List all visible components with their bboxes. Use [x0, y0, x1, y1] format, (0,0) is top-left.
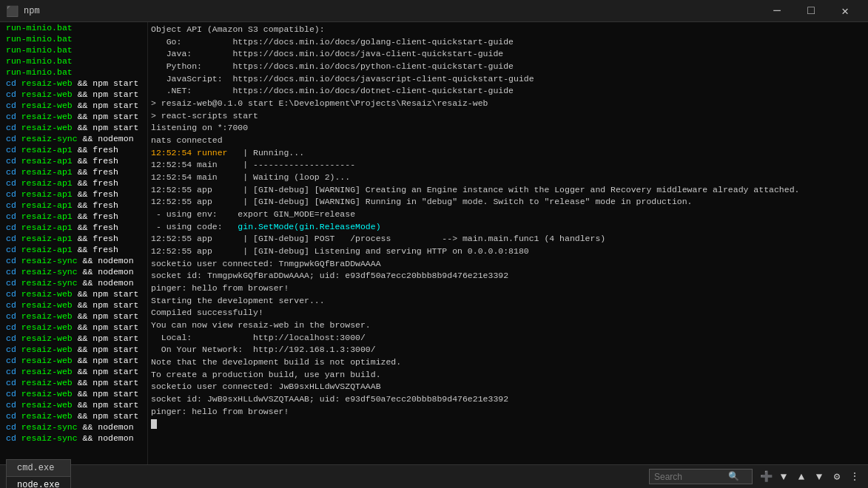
search-box[interactable]: 🔍 — [649, 469, 753, 484]
window-title: npm — [24, 6, 760, 16]
window-controls: ─ □ ✕ — [760, 0, 862, 22]
terminal-line: nats connected — [151, 135, 865, 147]
sidebar-item: cd resaiz-sync && nodemon — [0, 433, 147, 444]
terminal-line: - using env: export GIN_MODE=release — [151, 209, 865, 221]
sidebar-item: cd resaiz-ap1 && fresh — [0, 189, 147, 200]
cursor — [151, 419, 157, 429]
close-button[interactable]: ✕ — [828, 0, 862, 22]
terminal-line: socketio user connected: TnmgpwkGQfBraDD… — [151, 258, 865, 271]
sidebar-item: cd resaiz-ap1 && fresh — [0, 211, 147, 222]
terminal-line: Compiled successfully! — [151, 307, 865, 319]
terminal-line: On Your Network: http://192.168.1.3:3000… — [151, 344, 865, 356]
sidebar-item: cd resaiz-web && npm start — [0, 322, 147, 333]
maximize-button[interactable]: □ — [794, 0, 828, 22]
terminal-line: > react-scripts start — [151, 110, 865, 123]
terminal-line: Python: https://docs.min.io/docs/python-… — [151, 61, 865, 73]
sidebar-item: cd resaiz-web && npm start — [0, 288, 147, 299]
sidebar-item: cd resaiz-web && npm start — [0, 89, 147, 100]
sidebar-item: run-minio.bat — [0, 33, 147, 44]
terminal-line: pinger: hello from browser! — [151, 406, 865, 418]
sidebar-item: cd resaiz-web && npm start — [0, 399, 147, 410]
minimize-button[interactable]: ─ — [760, 0, 794, 22]
sidebar-item: cd resaiz-web && npm start — [0, 100, 147, 111]
terminal-line: Local: http://localhost:3000/ — [151, 332, 865, 345]
sidebar-item: cd resaiz-sync && nodemon — [0, 133, 147, 144]
terminal-line: socket id: TnmgpwkGQfBraDDwAAAA; uid: e9… — [151, 270, 865, 282]
settings-icon[interactable]: ⚙ — [830, 470, 844, 484]
sidebar-item: cd resaiz-web && npm start — [0, 410, 147, 421]
statusbar: cmd.exenode.exe 🔍 ➕ ▼ ▲ ▼ ⚙ ⋮ — [0, 464, 868, 488]
terminal-cursor-line — [151, 418, 865, 431]
terminal-line: 12:52:54 runner | Running... — [151, 147, 865, 160]
sidebar-item: run-minio.bat — [0, 44, 147, 55]
terminal-line: To create a production build, use yarn b… — [151, 369, 865, 382]
terminal-line: JavaScript: https://docs.min.io/docs/jav… — [151, 73, 865, 86]
main-area: run-minio.batrun-minio.batrun-minio.batr… — [0, 22, 868, 464]
sidebar-item: cd resaiz-ap1 && fresh — [0, 155, 147, 166]
sidebar-item: cd resaiz-sync && nodemon — [0, 266, 147, 277]
terminal-line: Object API (Amazon S3 compatible): — [151, 24, 865, 36]
sidebar-item: cd resaiz-web && npm start — [0, 111, 147, 122]
sidebar-item: cd resaiz-web && npm start — [0, 333, 147, 344]
statusbar-icons: ➕ ▼ ▲ ▼ ⚙ ⋮ — [758, 470, 862, 484]
search-input[interactable] — [654, 472, 728, 482]
terminal-line: Starting the development server... — [151, 295, 865, 308]
sidebar-item: cd resaiz-web && npm start — [0, 311, 147, 322]
terminal-line: > resaiz-web@0.1.0 start E:\Development\… — [151, 98, 865, 110]
sidebar-item: cd resaiz-sync && nodemon — [0, 255, 147, 266]
terminal-line: 12:52:55 app | [GIN-debug] Listening and… — [151, 245, 865, 258]
terminal-line: 12:52:55 app | [GIN-debug] [WARNING] Run… — [151, 196, 865, 209]
terminal-line: Go: https://docs.min.io/docs/golang-clie… — [151, 36, 865, 49]
terminal-line: You can now view resaiz-web in the brows… — [151, 319, 865, 332]
sidebar-item: cd resaiz-web && npm start — [0, 122, 147, 133]
terminal-line: socket id: JwB9sxHLLdwVSZQTAAAB; uid: e9… — [151, 393, 865, 406]
terminal-line: 12:52:55 app | [GIN-debug] [WARNING] Cre… — [151, 184, 865, 197]
sidebar-item: cd resaiz-web && npm start — [0, 299, 147, 311]
terminal-output[interactable]: Object API (Amazon S3 compatible): Go: h… — [148, 22, 868, 464]
terminal-line: - using code: gin.SetMode(gin.ReleaseMod… — [151, 221, 865, 234]
scroll-down-icon[interactable]: ▼ — [812, 470, 827, 484]
more-icon[interactable]: ⋮ — [847, 470, 862, 484]
terminal-line: Note that the development build is not o… — [151, 356, 865, 369]
tab-node-exe[interactable]: node.exe — [6, 476, 71, 488]
terminal-line: Java: https://docs.min.io/docs/java-clie… — [151, 48, 865, 61]
sidebar-item: cd resaiz-web && npm start — [0, 388, 147, 399]
sidebar-item: cd resaiz-ap1 && fresh — [0, 222, 147, 233]
sidebar-item: cd resaiz-ap1 && fresh — [0, 233, 147, 244]
sidebar-item: run-minio.bat — [0, 22, 147, 33]
terminal-line: socketio user connected: JwB9sxHLLdwVSZQ… — [151, 381, 865, 393]
sidebar-item: cd resaiz-ap1 && fresh — [0, 200, 147, 211]
sidebar-item: run-minio.bat — [0, 67, 147, 78]
sidebar: run-minio.batrun-minio.batrun-minio.batr… — [0, 22, 148, 464]
sidebar-item: cd resaiz-sync && nodemon — [0, 421, 147, 433]
search-icon[interactable]: 🔍 — [728, 471, 739, 482]
sidebar-item: cd resaiz-web && npm start — [0, 78, 147, 89]
terminal-line: 12:52:54 main | -------------------- — [151, 159, 865, 172]
sidebar-item: cd resaiz-ap1 && fresh — [0, 166, 147, 177]
sidebar-item: cd resaiz-web && npm start — [0, 377, 147, 388]
terminal-line: .NET: https://docs.min.io/docs/dotnet-cl… — [151, 85, 865, 98]
app-icon: ⬛ — [6, 5, 18, 17]
sidebar-item: cd resaiz-ap1 && fresh — [0, 144, 147, 155]
sidebar-item: cd resaiz-sync && nodemon — [0, 277, 147, 288]
terminal-line: 12:52:54 main | Waiting (loop 2)... — [151, 172, 865, 184]
scroll-up-icon[interactable]: ▲ — [794, 470, 809, 484]
dropdown-icon[interactable]: ▼ — [776, 470, 791, 484]
add-tab-icon[interactable]: ➕ — [758, 470, 773, 484]
terminal-line: pinger: hello from browser! — [151, 282, 865, 295]
tabs-container: cmd.exenode.exe — [6, 459, 73, 488]
tab-cmd-exe[interactable]: cmd.exe — [6, 459, 71, 476]
sidebar-item: cd resaiz-ap1 && fresh — [0, 177, 147, 189]
terminal-line: listening on *:7000 — [151, 122, 865, 135]
sidebar-item: cd resaiz-web && npm start — [0, 355, 147, 366]
titlebar: ⬛ npm ─ □ ✕ — [0, 0, 868, 22]
terminal-line: 12:52:55 app | [GIN-debug] POST /process… — [151, 233, 865, 245]
sidebar-item: cd resaiz-web && npm start — [0, 366, 147, 377]
sidebar-item: run-minio.bat — [0, 55, 147, 67]
sidebar-item: cd resaiz-ap1 && fresh — [0, 244, 147, 255]
sidebar-item: cd resaiz-web && npm start — [0, 344, 147, 355]
